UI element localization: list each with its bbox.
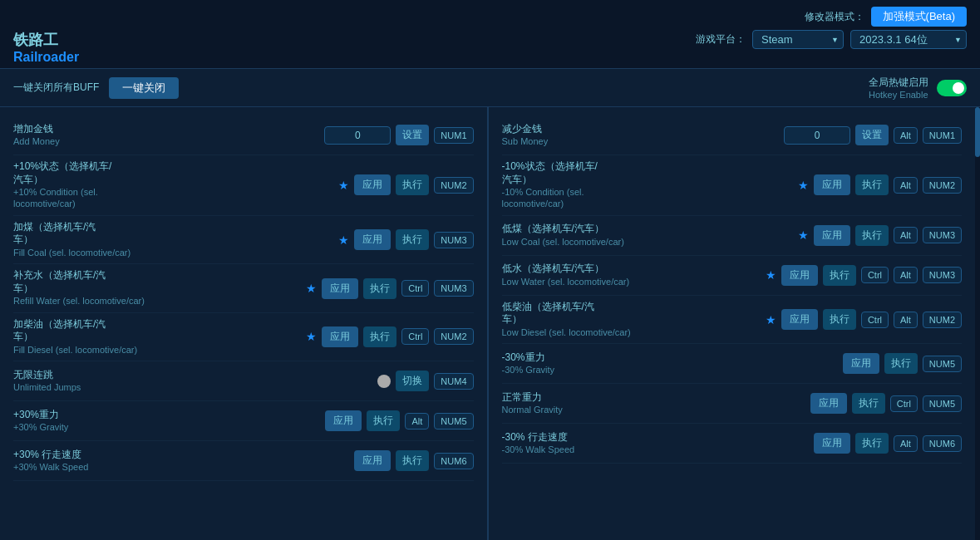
apply-btn[interactable]: 应用 — [354, 450, 391, 471]
feature-name-en: Unlimited Jumps — [13, 381, 155, 393]
feature-low-coal: 低煤（选择机车/汽车） Low Coal (sel. locomotive/ca… — [502, 216, 963, 256]
right-panel: 减少金钱 Sub Money 设置 Alt NUM1 -10%状态（选择机车/汽… — [489, 107, 976, 540]
key-num2: NUM2 — [923, 312, 962, 328]
key-num1: NUM1 — [923, 127, 962, 144]
add-money-input[interactable] — [324, 126, 391, 145]
key-num5: NUM5 — [434, 413, 473, 430]
exec-btn[interactable]: 执行 — [396, 174, 429, 195]
app-title-cn: 铁路工 — [13, 30, 79, 50]
key-num2: NUM2 — [923, 177, 962, 194]
apply-btn[interactable]: 应用 — [810, 393, 847, 414]
star-icon[interactable]: ★ — [798, 228, 809, 242]
add-money-set-btn[interactable]: 设置 — [396, 125, 429, 145]
key-alt: Alt — [894, 127, 918, 144]
close-all-button[interactable]: 一键关闭 — [109, 77, 179, 99]
feature-name-en: Sub Money — [502, 135, 643, 147]
apply-btn[interactable]: 应用 — [814, 174, 850, 195]
feature-name-en: +30% Walk Speed — [13, 461, 155, 473]
key-ctrl: Ctrl — [401, 280, 429, 297]
exec-btn[interactable]: 执行 — [852, 393, 885, 414]
feature-name-cn: -30%重力 — [502, 351, 643, 365]
key-badge: NUM2 — [434, 177, 473, 194]
key-ctrl: Ctrl — [861, 267, 889, 283]
key-ctrl: Ctrl — [861, 312, 889, 328]
star-icon[interactable]: ★ — [338, 233, 349, 247]
feature-low-diesel: 低柴油（选择机车/汽车） Low Diesel (sel. locomotive… — [502, 296, 963, 344]
feature-name-cn: 加柴油（选择机车/汽车） — [13, 318, 155, 344]
sub-money-input[interactable] — [784, 126, 850, 145]
apply-btn[interactable]: 应用 — [322, 326, 358, 347]
right-scrollbar[interactable] — [975, 107, 980, 540]
star-icon[interactable]: ★ — [306, 330, 317, 343]
feature-minus30-gravity: -30%重力 -30% Gravity 应用 执行 NUM5 — [502, 344, 963, 384]
key-num3: NUM3 — [923, 267, 962, 283]
feature-name-cn: 低煤（选择机车/汽车） — [502, 223, 643, 236]
left-panel: 增加金钱 Add Money 设置 NUM1 +10%状态（选择机车/汽车） +… — [0, 107, 488, 540]
feature-plus30-walk-speed: +30% 行走速度 +30% Walk Speed 应用 执行 NUM6 — [13, 441, 474, 481]
key-ctrl: Ctrl — [401, 328, 429, 345]
apply-btn[interactable]: 应用 — [322, 278, 358, 299]
apply-btn[interactable]: 应用 — [781, 309, 818, 330]
exec-btn[interactable]: 执行 — [823, 265, 856, 286]
exec-btn[interactable]: 执行 — [823, 309, 856, 330]
feature-name-cn: -10%状态（选择机车/汽车） — [502, 160, 643, 186]
exec-btn[interactable]: 执行 — [367, 410, 400, 431]
exec-btn[interactable]: 执行 — [363, 278, 396, 299]
exec-btn[interactable]: 执行 — [884, 353, 918, 374]
feature-name-en: Fill Diesel (sel. locomotive/car) — [13, 344, 155, 356]
feature-name-cn: 加煤（选择机车/汽车） — [13, 221, 155, 247]
key-alt: Alt — [894, 227, 918, 243]
key-num4: NUM4 — [434, 373, 473, 390]
apply-btn[interactable]: 应用 — [814, 225, 850, 246]
apply-btn[interactable]: 应用 — [354, 174, 391, 195]
apply-btn[interactable]: 应用 — [354, 229, 391, 250]
feature-unlimited-jumps: 无限连跳 Unlimited Jumps 切换 NUM4 — [13, 361, 474, 401]
apply-btn[interactable]: 应用 — [325, 410, 362, 431]
key-alt: Alt — [894, 267, 918, 283]
feature-add-money: 增加金钱 Add Money 设置 NUM1 — [13, 115, 474, 155]
feature-name-en: Low Coal (sel. locomotive/car) — [502, 236, 643, 248]
feature-name-cn: +10%状态（选择机车/汽车） — [13, 160, 155, 186]
feature-name-en: -30% Gravity — [502, 364, 643, 376]
version-select[interactable]: 2023.3.1 64位 — [850, 30, 967, 49]
star-icon[interactable]: ★ — [798, 179, 809, 192]
toggle-btn[interactable]: 切换 — [396, 371, 429, 391]
feature-normal-gravity: 正常重力 Normal Gravity 应用 执行 Ctrl NUM5 — [502, 384, 963, 424]
key-num6: NUM6 — [434, 453, 473, 469]
feature-name-en: -10% Condition (sel. locomotive/car) — [502, 186, 643, 210]
feature-name-cn: 低柴油（选择机车/汽车） — [502, 301, 643, 326]
star-icon[interactable]: ★ — [306, 282, 317, 295]
feature-name-en: +30% Gravity — [13, 421, 155, 433]
star-icon[interactable]: ★ — [338, 179, 349, 192]
hotkey-label-en: Hotkey Enable — [869, 90, 928, 100]
feature-name-cn: 增加金钱 — [13, 123, 155, 136]
feature-name-cn: -30% 行走速度 — [502, 431, 643, 444]
modifier-mode-button[interactable]: 加强模式(Beta) — [871, 7, 967, 27]
exec-btn[interactable]: 执行 — [363, 326, 396, 347]
feature-name-en: -30% Walk Speed — [502, 444, 643, 455]
apply-btn[interactable]: 应用 — [781, 265, 818, 286]
star-icon[interactable]: ★ — [766, 313, 776, 326]
exec-btn[interactable]: 执行 — [855, 174, 889, 195]
exec-btn[interactable]: 执行 — [855, 225, 889, 246]
apply-btn[interactable]: 应用 — [814, 433, 850, 454]
feature-plus10-condition: +10%状态（选择机车/汽车） +10% Condition (sel. loc… — [13, 155, 474, 216]
exec-btn[interactable]: 执行 — [396, 229, 429, 250]
sub-money-set-btn[interactable]: 设置 — [855, 125, 889, 145]
feature-name-en: Low Diesel (sel. locomotive/car) — [502, 326, 643, 338]
apply-btn[interactable]: 应用 — [843, 353, 879, 374]
star-icon[interactable]: ★ — [766, 268, 776, 282]
feature-name-cn: 低水（选择机车/汽车） — [502, 263, 643, 276]
exec-btn[interactable]: 执行 — [396, 450, 429, 471]
hotkey-toggle[interactable] — [937, 80, 967, 96]
feature-name-cn: +30% 行走速度 — [13, 449, 155, 462]
platform-select[interactable]: Steam — [752, 30, 844, 49]
key-alt: Alt — [405, 413, 429, 430]
key-num3: NUM3 — [923, 227, 962, 243]
feature-plus30-gravity: +30%重力 +30% Gravity 应用 执行 Alt NUM5 — [13, 401, 474, 441]
jump-toggle[interactable] — [377, 375, 391, 388]
feature-fill-coal: 加煤（选择机车/汽车） Fill Coal (sel. locomotive/c… — [13, 216, 474, 264]
feature-name-en: Refill Water (sel. locomotive/car) — [13, 295, 155, 307]
key-alt: Alt — [894, 177, 918, 194]
exec-btn[interactable]: 执行 — [855, 433, 889, 454]
